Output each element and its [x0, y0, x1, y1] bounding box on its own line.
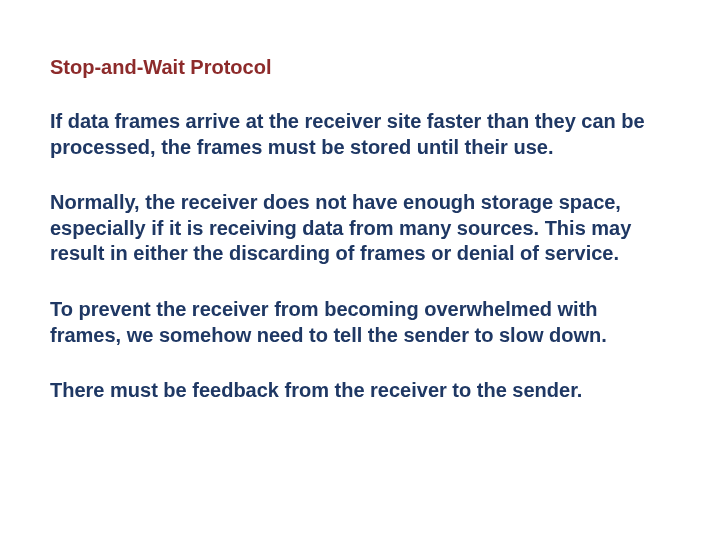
- paragraph-2: Normally, the receiver does not have eno…: [50, 190, 670, 267]
- paragraph-3: To prevent the receiver from becoming ov…: [50, 297, 670, 348]
- slide-title: Stop-and-Wait Protocol: [50, 56, 670, 79]
- paragraph-1: If data frames arrive at the receiver si…: [50, 109, 670, 160]
- paragraph-4: There must be feedback from the receiver…: [50, 378, 670, 404]
